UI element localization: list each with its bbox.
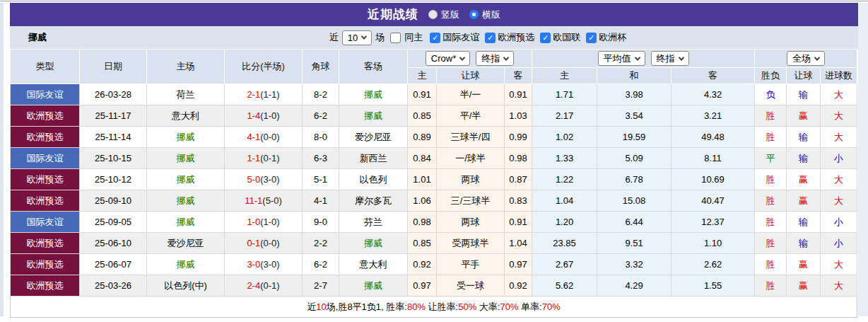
odds-away: 0.91 — [505, 84, 532, 105]
away-team: 芬兰 — [339, 212, 408, 233]
odds-home: 0.97 — [408, 275, 437, 297]
checkbox-checked-icon[interactable]: ✓ — [430, 33, 440, 43]
games-label: 场 — [375, 31, 385, 44]
avg-draw: 5.09 — [597, 148, 671, 169]
filter-bar: 挪威 近 10 场 同主 ✓国际友谊✓欧洲预选✓欧国联✓欧洲杯 — [10, 26, 858, 49]
fulltime-score: 2-1 — [247, 89, 260, 100]
type-badge: 国际友谊 — [11, 148, 80, 169]
results-table: 类型 日期 主场 比分(半场) 角球 客场 Crow* 终指 — [10, 49, 857, 318]
corner-score: 4-1 — [303, 190, 339, 212]
score-cell: 1-4(1-0) — [225, 105, 303, 127]
odds-home: 0.85 — [408, 105, 437, 127]
result-goals: 小 — [821, 233, 857, 254]
league-filters: ✓国际友谊✓欧洲预选✓欧国联✓欧洲杯 — [424, 31, 626, 44]
summary-segment: 80% — [407, 301, 426, 312]
title-bar: 近期战绩 竖版 横版 — [10, 3, 858, 26]
checkbox-checked-icon[interactable]: ✓ — [540, 33, 551, 43]
avg-home: 1.33 — [532, 148, 597, 169]
result-win-loss: 胜 — [755, 254, 787, 275]
league-filter-2[interactable]: ✓欧国联 — [540, 31, 580, 44]
match-date: 25-09-05 — [80, 212, 147, 233]
bookmaker-final-select[interactable]: 终指 — [476, 51, 514, 66]
corner-score: 2-2 — [303, 233, 339, 254]
near-label: 近 — [329, 31, 339, 44]
table-row: 国际友谊25-10-15挪威1-1(0-1)6-3新西兰0.84一/球半0.98… — [11, 148, 857, 169]
away-team: 以色列 — [339, 169, 408, 190]
table-row: 欧洲预选25-11-14挪威4-1(0-0)8-0爱沙尼亚0.89三球半/四0.… — [11, 127, 857, 148]
league-filter-0[interactable]: ✓国际友谊 — [430, 31, 479, 44]
result-goals: 大 — [821, 84, 857, 105]
away-team: 爱沙尼亚 — [339, 127, 408, 148]
table-row: 欧洲预选25-03-26以色列(中)2-4(0-1)2-7挪威0.97受一球0.… — [11, 275, 857, 297]
radio-checked-icon[interactable] — [469, 10, 479, 19]
col-header-handicap-result: 让球 — [787, 68, 821, 84]
result-handicap: 输 — [787, 212, 821, 233]
score-cell: 2-4(0-1) — [225, 275, 303, 297]
chevron-down-icon — [361, 33, 367, 39]
scope-select-value: 全场 — [792, 52, 811, 65]
league-filter-label: 欧洲预选 — [498, 31, 534, 44]
odds-away: 0.99 — [505, 127, 532, 148]
odds-home: 1.01 — [408, 169, 437, 190]
same-home-checkbox[interactable] — [390, 33, 401, 43]
corner-score: 8-0 — [303, 127, 339, 148]
scope-select[interactable]: 全场 — [787, 51, 825, 66]
result-win-loss: 胜 — [755, 212, 787, 233]
average-final-select[interactable]: 终指 — [651, 51, 689, 66]
fulltime-score: 4-1 — [247, 132, 260, 142]
score-cell: 0-1(0-0) — [225, 233, 303, 254]
halftime-score: (3-0) — [260, 174, 279, 185]
avg-away: 12.37 — [671, 212, 755, 233]
table-row: 欧洲预选25-11-17意大利1-4(1-0)6-2挪威0.85平/半1.032… — [11, 105, 857, 127]
avg-away: 4.32 — [671, 84, 755, 105]
layout-horizontal-radio[interactable]: 横版 — [469, 8, 500, 21]
fulltime-score: 2-4 — [247, 280, 260, 291]
halftime-score: (0-0) — [260, 132, 279, 142]
result-win-loss: 胜 — [755, 275, 787, 297]
radio-unchecked-icon[interactable] — [428, 10, 438, 19]
match-date: 25-10-15 — [80, 148, 147, 169]
result-win-loss: 胜 — [755, 169, 787, 190]
avg-home: 2.67 — [532, 254, 597, 275]
odds-group-header: Crow* 终指 — [408, 50, 532, 68]
bookmaker-select[interactable]: Crow* — [426, 51, 470, 66]
league-filter-1[interactable]: ✓欧洲预选 — [485, 31, 534, 44]
avg-draw: 6.78 — [597, 169, 671, 190]
checkbox-checked-icon[interactable]: ✓ — [485, 33, 495, 43]
avg-away: 1.55 — [671, 275, 755, 297]
table-row: 欧洲预选25-09-10挪威11-1(5-0)4-1摩尔多瓦1.06三/三球半0… — [11, 190, 857, 212]
fulltime-score: 0-1 — [247, 238, 260, 248]
type-badge: 欧洲预选 — [11, 233, 80, 254]
league-filter-3[interactable]: ✓欧洲杯 — [586, 31, 626, 44]
average-group-header: 平均值 终指 — [532, 50, 755, 68]
corner-score: 6-3 — [303, 148, 339, 169]
handicap-line: 三/三球半 — [437, 190, 505, 212]
avg-away: 3.21 — [671, 105, 755, 127]
odds-away: 0.83 — [505, 190, 532, 212]
col-header-corners: 角球 — [303, 50, 339, 84]
fulltime-score: 1-0 — [247, 217, 260, 227]
corner-score: 8-2 — [303, 84, 339, 105]
chevron-down-icon — [459, 54, 465, 60]
average-select[interactable]: 平均值 — [598, 51, 645, 66]
result-handicap: 输 — [787, 233, 821, 254]
result-goals: 大 — [821, 275, 857, 297]
same-home-label: 同主 — [404, 31, 423, 44]
avg-draw: 19.59 — [597, 127, 671, 148]
odds-home: 0.98 — [408, 212, 437, 233]
chevron-down-icon — [634, 54, 640, 60]
result-goals: 大 — [821, 169, 857, 190]
match-count-select[interactable]: 10 — [342, 30, 372, 45]
avg-away: 10.69 — [671, 169, 755, 190]
odds-home: 0.84 — [408, 148, 437, 169]
layout-vertical-radio[interactable]: 竖版 — [428, 8, 459, 21]
recent-results-panel: 近期战绩 竖版 横版 挪威 近 10 场 同主 ✓国际友谊✓欧洲预选✓欧国联✓欧… — [10, 3, 858, 318]
summary-segment: 近 — [307, 301, 316, 312]
result-handicap: 赢 — [787, 254, 821, 275]
away-team: 挪威 — [339, 105, 408, 127]
summary-row: 近10场,胜8平1负1, 胜率:80% 让胜率:50% 大率:70% 单率:70… — [11, 297, 857, 318]
result-win-loss: 负 — [755, 84, 787, 105]
checkbox-checked-icon[interactable]: ✓ — [586, 33, 597, 43]
summary-text: 近10场,胜8平1负1, 胜率:80% 让胜率:50% 大率:70% 单率:70… — [11, 297, 857, 318]
type-badge: 欧洲预选 — [11, 275, 80, 297]
